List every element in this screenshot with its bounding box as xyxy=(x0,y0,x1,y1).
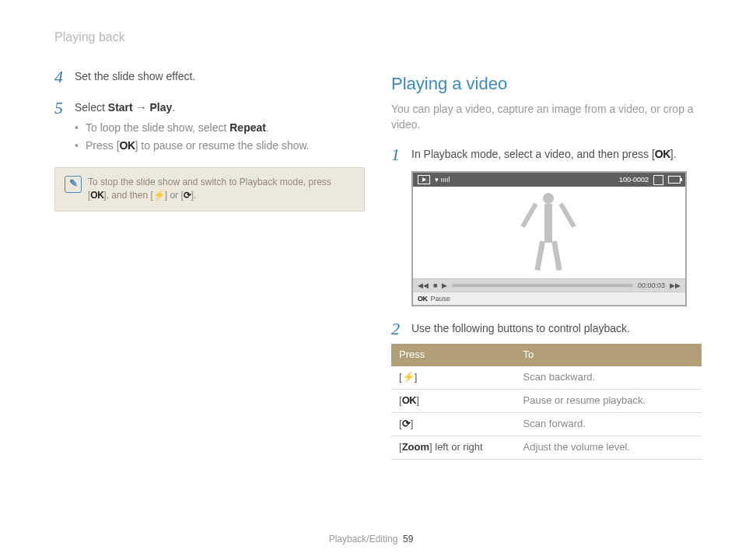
section-heading: Playing a video xyxy=(391,72,702,96)
camera-screen: ▾ ııııl 100-0002 ◀◀ xyxy=(411,171,687,306)
ok-action-label: Pause xyxy=(431,294,451,304)
step-text: Use the following buttons to control pla… xyxy=(411,320,702,338)
ok-icon: OK xyxy=(418,294,428,304)
ok-icon: OK xyxy=(655,148,670,160)
screen-topbar: ▾ ııııl 100-0002 xyxy=(413,173,685,187)
counter: 100-0002 xyxy=(619,175,649,185)
time-label: 00:00:03 xyxy=(638,281,665,291)
screen-controls: ◀◀ ■ ▶ 00:00:03 ▶▶ xyxy=(413,278,685,292)
step-5: 5 Select Start → Play. To loop the slide… xyxy=(54,100,365,153)
person-silhouette xyxy=(527,193,569,271)
playback-icon xyxy=(418,175,430,184)
signal-icon: ▾ ııııl xyxy=(435,175,450,185)
bullet-ok: Press [OK] to pause or resume the slide … xyxy=(75,138,365,153)
step-1: 1 In Playback mode, select a video, and … xyxy=(391,146,702,163)
section-desc: You can play a video, capture an image f… xyxy=(391,101,702,133)
play-icon: ▶ xyxy=(442,281,447,291)
timer-icon: ⟳ xyxy=(184,190,191,201)
progress-bar xyxy=(452,284,633,287)
bullet-repeat: To loop the slide show, select Repeat. xyxy=(75,120,365,135)
screen-content xyxy=(413,187,685,278)
step-number: 2 xyxy=(391,320,404,338)
timer-icon: ⟳ xyxy=(402,418,411,429)
th-to: To xyxy=(516,344,702,366)
breadcrumb: Playing back xyxy=(54,28,125,46)
table-row: [⚡] Scan backward. xyxy=(391,366,702,389)
table-row: [Zoom] left or right Adjust the volume l… xyxy=(391,436,702,459)
step-text: In Playback mode, select a video, and th… xyxy=(411,146,702,163)
left-column: 4 Set the slide show effect. 5 Select St… xyxy=(54,54,365,460)
th-press: Press xyxy=(391,344,516,366)
manual-page: Playing back 4 Set the slide show effect… xyxy=(0,0,742,560)
step-text: Set the slide show effect. xyxy=(75,68,365,86)
card-icon xyxy=(653,175,663,185)
step-4: 4 Set the slide show effect. xyxy=(54,68,365,86)
buttons-table: Press To [⚡] Scan backward. [OK] Pause o… xyxy=(391,344,702,459)
battery-icon xyxy=(668,176,681,184)
forward-icon: ▶▶ xyxy=(670,281,681,291)
flash-icon: ⚡ xyxy=(153,190,165,201)
page-footer: Playback/Editing 59 xyxy=(0,533,742,546)
ok-icon: OK xyxy=(402,394,417,406)
sub-bullets: To loop the slide show, select Repeat. P… xyxy=(75,120,365,153)
rewind-icon: ◀◀ xyxy=(418,281,429,291)
table-row: [⟳] Scan forward. xyxy=(391,413,702,436)
right-column: Playing a video You can play a video, ca… xyxy=(391,54,702,460)
flash-icon: ⚡ xyxy=(402,371,415,383)
step-2: 2 Use the following buttons to control p… xyxy=(391,320,702,338)
screen-bottombar: OK Pause xyxy=(413,292,685,305)
note-box: ✎ To stop the slide show and switch to P… xyxy=(54,167,365,212)
table-row: [OK] Pause or resume playback. xyxy=(391,390,702,413)
note-icon: ✎ xyxy=(65,176,82,193)
step-number: 4 xyxy=(54,68,67,86)
stop-icon: ■ xyxy=(433,281,437,291)
ok-icon: OK xyxy=(90,190,103,201)
step-text: Select Start → Play. To loop the slide s… xyxy=(75,100,365,153)
step-number: 5 xyxy=(54,100,67,153)
step-number: 1 xyxy=(391,146,404,163)
ok-icon: OK xyxy=(120,139,135,152)
note-text: To stop the slide show and switch to Pla… xyxy=(88,176,355,203)
